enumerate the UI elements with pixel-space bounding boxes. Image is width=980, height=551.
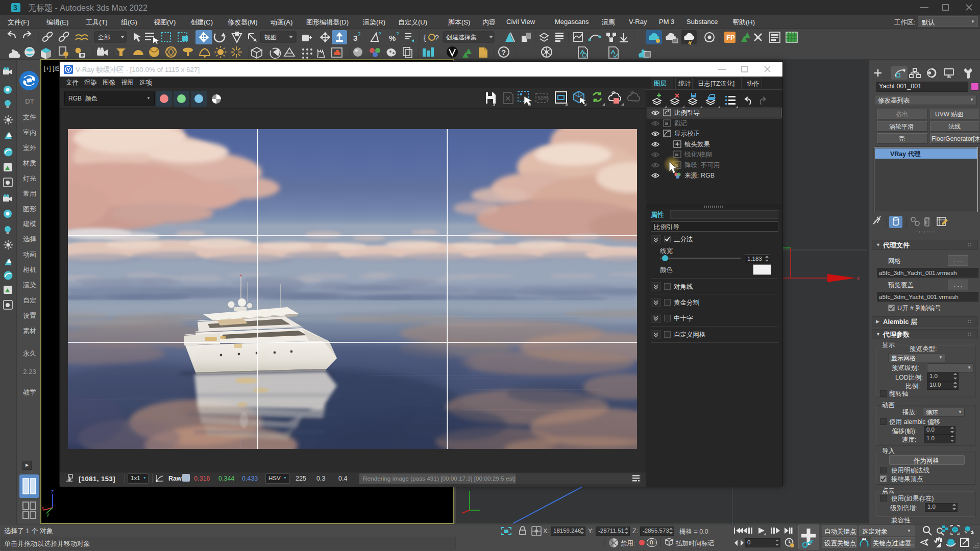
svg-text:3: 3 [353, 34, 357, 42]
svg-text:50%: 50% [537, 95, 549, 101]
svg-text:x: x [41, 505, 44, 511]
svg-text:z: z [51, 488, 54, 494]
svg-text:全部: 全部 [98, 34, 110, 41]
svg-text:创建选择集: 创建选择集 [446, 34, 477, 41]
svg-text:?: ? [435, 34, 439, 42]
svg-text:视图: 视图 [264, 34, 277, 41]
svg-text:?: ? [501, 48, 506, 57]
svg-text:y: y [46, 511, 50, 517]
svg-text:?: ? [378, 32, 381, 37]
svg-text:?: ? [396, 32, 399, 37]
svg-text:%: % [389, 34, 396, 42]
svg-text:{: { [424, 34, 426, 42]
svg-text:FP: FP [726, 34, 735, 41]
svg-text:x: x [857, 276, 860, 281]
svg-text:2: 2 [358, 32, 361, 37]
